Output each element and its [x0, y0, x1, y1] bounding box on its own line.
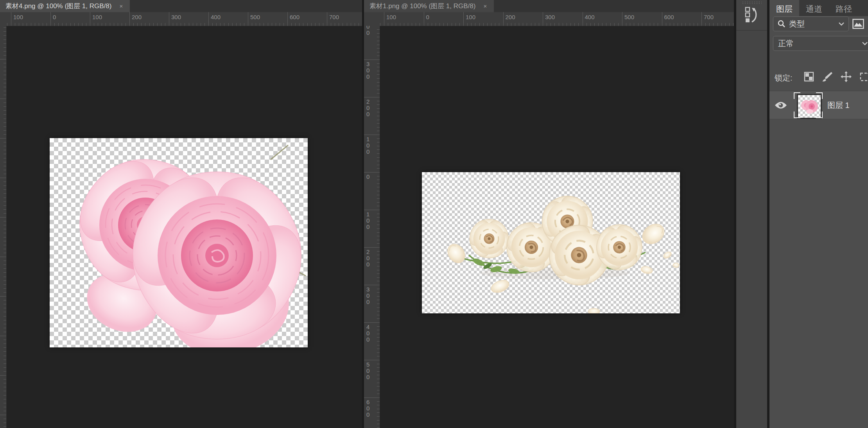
- history-panel-button[interactable]: [744, 6, 760, 24]
- document-tab-1[interactable]: 素材4.png @ 100% (图层 1, RGB/8) ×: [0, 0, 130, 12]
- ruler-label: 600: [366, 399, 372, 418]
- close-icon[interactable]: ×: [118, 3, 124, 9]
- ruler-label: 200: [366, 249, 372, 268]
- layer-visibility-toggle[interactable]: [774, 101, 787, 110]
- ruler-label: 700: [329, 14, 339, 20]
- ruler-label: 400: [366, 324, 372, 343]
- document-tab-2-title: 素材1.png @ 100% (图层 1, RGB/8): [369, 2, 475, 11]
- layer-filter-value: 类型: [789, 19, 805, 29]
- blend-mode-select[interactable]: 正常: [773, 36, 868, 51]
- ruler-label: 100: [366, 211, 372, 230]
- thumbnail-bracket: [816, 92, 823, 99]
- cream-roses-image: [422, 172, 680, 313]
- document-window-2: 素材1.png @ 100% (图层 1, RGB/8) × 100010020…: [364, 0, 734, 428]
- vertical-ruler-1[interactable]: [0, 26, 7, 428]
- ruler-label: 300: [545, 14, 555, 20]
- filter-pixel-layers-button[interactable]: [852, 19, 864, 29]
- ruler-label: 100: [92, 14, 102, 20]
- thumbnail-bracket: [816, 111, 823, 118]
- ruler-label: 0: [366, 174, 372, 180]
- layer-thumbnail[interactable]: [794, 92, 823, 118]
- document-tab-1-title: 素材4.png @ 100% (图层 1, RGB/8): [5, 2, 111, 11]
- ruler-label: 700: [704, 14, 714, 20]
- thumbnail-bracket: [794, 111, 800, 118]
- ruler-label: 200: [132, 14, 142, 20]
- ruler-label: 100: [386, 14, 396, 20]
- tab-channels[interactable]: 通道: [799, 0, 829, 16]
- tab-paths[interactable]: 路径: [829, 0, 859, 16]
- dock-grip[interactable]: [742, 1, 762, 4]
- ruler-label: 100: [466, 14, 475, 20]
- ruler-label: 200: [366, 99, 372, 117]
- layers-panel-tabbar: 图层 通道 路径: [769, 0, 868, 16]
- blend-mode-value: 正常: [778, 38, 794, 49]
- ruler-label: 300: [366, 61, 372, 80]
- ruler-corner-1[interactable]: [0, 12, 7, 26]
- layer-filter-select[interactable]: 类型: [773, 16, 849, 31]
- ruler-label: 300: [171, 14, 181, 20]
- ruler-label: 100: [366, 136, 372, 155]
- document-tabbar-2: 素材1.png @ 100% (图层 1, RGB/8) ×: [364, 0, 734, 13]
- layer-row[interactable]: 图层 1: [769, 91, 868, 119]
- ruler-label: 0: [426, 14, 429, 20]
- horizontal-ruler-1[interactable]: 1000100200300400500600700: [6, 12, 362, 26]
- ruler-label: 200: [506, 14, 515, 20]
- ruler-label: 400: [211, 14, 221, 20]
- ruler-label: 600: [290, 14, 299, 20]
- ruler-label: 00: [366, 26, 372, 36]
- history-icon: [744, 6, 760, 24]
- lock-artboard-icon[interactable]: [859, 72, 868, 82]
- document-window-1: 素材4.png @ 100% (图层 1, RGB/8) × 100010020…: [0, 0, 362, 428]
- pink-roses-image: [50, 138, 308, 347]
- search-icon: [777, 20, 786, 28]
- horizontal-ruler-2[interactable]: 1000100200300400500600700: [380, 12, 734, 26]
- canvas-pink-roses[interactable]: [50, 138, 308, 347]
- eye-icon: [774, 101, 787, 110]
- ruler-label: 100: [13, 14, 23, 20]
- lock-transparency-icon[interactable]: [804, 72, 814, 82]
- layers-panel: 图层 通道 路径 类型 正常 锁定:: [769, 0, 868, 428]
- thumbnail-bracket: [794, 92, 800, 99]
- document-tab-2[interactable]: 素材1.png @ 100% (图层 1, RGB/8) ×: [364, 0, 494, 12]
- chevron-down-icon: [838, 22, 845, 26]
- ruler-label: 500: [624, 14, 634, 20]
- ruler-label: 0: [53, 14, 56, 20]
- picture-icon: [852, 19, 864, 29]
- ruler-label: 500: [366, 361, 372, 380]
- ruler-label: 400: [585, 14, 595, 20]
- chevron-down-icon: [862, 41, 868, 45]
- lock-label: 锁定:: [775, 73, 793, 83]
- canvas-cream-roses[interactable]: [422, 172, 680, 313]
- lock-position-icon[interactable]: [841, 71, 852, 82]
- ruler-corner-2[interactable]: [364, 12, 380, 26]
- layer-name[interactable]: 图层 1: [827, 100, 850, 111]
- ruler-label: 500: [250, 14, 260, 20]
- document-tabbar-1: 素材4.png @ 100% (图层 1, RGB/8) ×: [0, 0, 362, 13]
- panel-dock: [736, 0, 767, 428]
- dock-divider: [736, 30, 767, 31]
- vertical-ruler-2[interactable]: 003002001000100200300400500600: [364, 26, 380, 428]
- photoshop-window: { "documents": [ { "title": "素材4.png @ 1…: [0, 0, 868, 428]
- close-icon[interactable]: ×: [482, 3, 488, 9]
- tab-layers[interactable]: 图层: [769, 0, 799, 16]
- ruler-label: 600: [664, 14, 674, 20]
- ruler-label: 300: [366, 286, 372, 305]
- lock-image-pixels-icon[interactable]: [822, 71, 833, 82]
